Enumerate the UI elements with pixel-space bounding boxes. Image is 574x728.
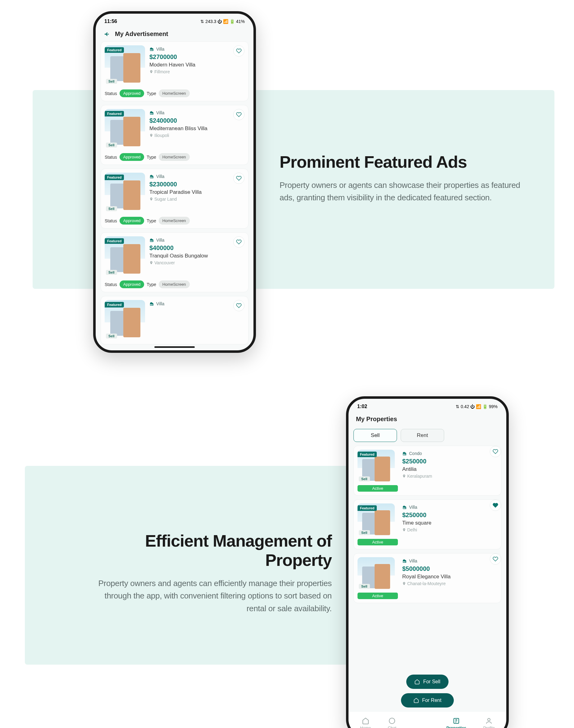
advertisement-list[interactable]: Featured Sell Villa $2700000 Modern Have… — [96, 41, 253, 350]
homescreen-pill: HomeScreen — [159, 281, 190, 288]
property-card[interactable]: Sell Active Villa $5000000 Royal Eleganc… — [354, 553, 501, 603]
property-price: $400000 — [150, 245, 244, 252]
ad-card[interactable]: Featured Sell Villa $400000 Tranquil Oas… — [100, 232, 248, 292]
property-thumbnail: Featured Sell — [105, 237, 145, 277]
favorite-button[interactable] — [490, 553, 501, 565]
approved-pill: Approved — [120, 153, 145, 161]
segment-buttons: Sell Rent — [348, 426, 506, 444]
favorite-button[interactable] — [233, 109, 244, 120]
sell-badge: Sell — [359, 476, 370, 481]
property-title: Tropical Paradise Villa — [150, 189, 244, 196]
favorite-button[interactable] — [490, 500, 501, 511]
sell-badge: Sell — [359, 530, 370, 535]
ad-card[interactable]: Featured Sell Villa $2400000 Mediterrane… — [100, 105, 248, 165]
favorite-button[interactable] — [233, 45, 244, 56]
ad-card[interactable]: Featured Sell Villa $2300000 Tropical Pa… — [100, 169, 248, 228]
fab-for-rent[interactable]: For Rent — [401, 693, 454, 708]
page-title: My Properties — [356, 416, 397, 423]
type-label: Type — [147, 155, 156, 160]
approved-pill: Approved — [120, 281, 145, 288]
sell-badge: Sell — [106, 270, 117, 275]
property-price: $2400000 — [150, 117, 244, 124]
fab-for-sell-label: For Sell — [423, 679, 440, 685]
featured-badge: Featured — [358, 452, 377, 457]
active-pill: Active — [358, 485, 398, 491]
favorite-button[interactable] — [490, 446, 501, 457]
property-location: Delhi — [402, 527, 497, 532]
ad-card[interactable]: Featured Sell Villa $2700000 Modern Have… — [100, 41, 248, 101]
active-pill: Active — [358, 539, 398, 545]
property-location: Keralapuram — [402, 474, 497, 479]
section2-text: Efficient Management of Property Propert… — [96, 531, 332, 615]
type-label: Type — [147, 218, 156, 223]
sell-badge: Sell — [106, 79, 117, 84]
statusbar-time: 1:02 — [357, 404, 367, 409]
nav-chat[interactable]: Chat — [387, 717, 396, 728]
nav-profile-label: Profile — [483, 726, 495, 728]
sell-badge: Sell — [106, 334, 117, 339]
property-title: Antilia — [402, 466, 497, 472]
property-location: Chanat-la-Mouteyre — [402, 581, 497, 586]
status-label: Status — [105, 218, 117, 223]
featured-badge: Featured — [105, 302, 124, 307]
bottom-nav: Home Chat Properties Profile — [348, 711, 506, 728]
property-title: Tranquil Oasis Bungalow — [150, 253, 244, 259]
property-thumbnail: Sell — [358, 557, 395, 591]
home-icon — [362, 717, 369, 725]
nav-properties[interactable]: Properties — [446, 717, 466, 728]
category-row: Villa — [150, 238, 244, 243]
status-label: Status — [105, 282, 117, 287]
property-price: $2300000 — [150, 181, 244, 188]
section2-body: Property owners and agents can efficient… — [96, 577, 332, 615]
nav-properties-label: Properties — [446, 726, 466, 728]
tab-rent[interactable]: Rent — [401, 429, 444, 442]
ad-card[interactable]: Featured Sell Villa — [100, 296, 248, 344]
type-label: Type — [147, 282, 156, 287]
property-thumbnail: Featured Sell — [105, 109, 145, 149]
section1-body: Property owners or agents can showcase t… — [280, 179, 528, 204]
statusbar-icons: ⇅ 0.42 ⏻ 📶 🔋 99% — [456, 404, 498, 409]
statusbar-icons: ⇅ 243.3 ⏻ 📶 🔋 41% — [200, 19, 245, 24]
nav-profile[interactable]: Profile — [483, 717, 495, 728]
property-price: $250000 — [402, 512, 497, 519]
chat-icon — [388, 717, 396, 725]
app-header: My Advertisement — [96, 26, 253, 41]
type-label: Type — [147, 91, 156, 96]
category-row: Villa — [150, 301, 244, 306]
category-row: Villa — [402, 558, 497, 563]
back-arrow-icon[interactable] — [103, 31, 110, 38]
section1-heading: Prominent Featured Ads — [280, 152, 528, 171]
property-location: Ilioupoli — [150, 133, 244, 138]
statusbar: 1:02 ⇅ 0.42 ⏻ 📶 🔋 99% — [348, 399, 506, 411]
nav-home[interactable]: Home — [360, 717, 371, 728]
property-title: Time square — [402, 520, 497, 526]
homescreen-pill: HomeScreen — [159, 89, 190, 97]
sell-badge: Sell — [106, 142, 117, 147]
property-list[interactable]: Featured Sell Active Condo $250000 Antil… — [348, 444, 506, 603]
properties-icon — [453, 717, 460, 725]
phone-mockup-2: 1:02 ⇅ 0.42 ⏻ 📶 🔋 99% My Properties Sell… — [346, 396, 509, 728]
section2-heading: Efficient Management of Property — [96, 531, 332, 570]
sale-tag-icon — [414, 679, 420, 685]
fab-for-rent-label: For Rent — [422, 697, 441, 703]
status-label: Status — [105, 155, 117, 160]
property-title: Mediterranean Bliss Villa — [150, 125, 244, 132]
tab-sell[interactable]: Sell — [354, 429, 397, 442]
favorite-button[interactable] — [233, 300, 244, 311]
rent-tag-icon — [413, 697, 419, 703]
category-row: Villa — [402, 505, 497, 510]
favorite-button[interactable] — [233, 173, 244, 184]
category-row: Villa — [150, 174, 244, 179]
favorite-button[interactable] — [233, 237, 244, 248]
category-row: Villa — [150, 110, 244, 115]
featured-badge: Featured — [105, 47, 124, 53]
fab-for-sell[interactable]: For Sell — [406, 675, 448, 689]
property-location: Sugar Land — [150, 197, 244, 202]
category-row: Condo — [402, 451, 497, 456]
category-row: Villa — [150, 47, 244, 51]
property-price: $5000000 — [402, 565, 497, 572]
property-card[interactable]: Featured Sell Active Condo $250000 Antil… — [354, 446, 501, 496]
property-card[interactable]: Featured Sell Active Villa $250000 Time … — [354, 500, 501, 549]
profile-icon — [485, 717, 493, 725]
status-label: Status — [105, 91, 117, 96]
